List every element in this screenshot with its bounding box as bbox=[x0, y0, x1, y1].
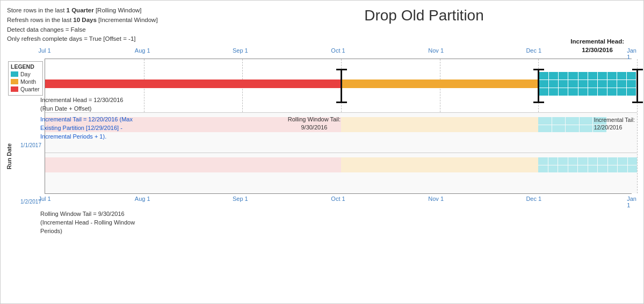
legend-item-month: Month bbox=[11, 78, 40, 85]
day-tiles-top bbox=[538, 71, 637, 97]
bot-axis-dec: Dec 1 bbox=[526, 196, 541, 202]
run-date-1: 1/1/2017 bbox=[8, 142, 41, 148]
ibeam-jan-vert bbox=[636, 69, 638, 103]
annotations-run2: Rolling Window Tail = 9/30/2016(Incremen… bbox=[40, 210, 196, 236]
legend-label-quarter: Quarter bbox=[20, 86, 40, 92]
bot-axis-oct: Oct 1 bbox=[331, 196, 345, 202]
row1-month-bg bbox=[341, 117, 538, 132]
info-block: Store rows in the last 1 Quarter [Rollin… bbox=[7, 6, 211, 44]
legend-label-month: Month bbox=[20, 78, 36, 85]
ibeam-jan-bot bbox=[632, 102, 643, 103]
legend-label-day: Day bbox=[20, 71, 31, 77]
axis-label-jul: Jul 1 bbox=[38, 47, 50, 54]
axis-label-dec: Dec 1 bbox=[526, 47, 541, 54]
month-swatch bbox=[11, 79, 18, 84]
quarter-bar-main bbox=[45, 79, 341, 88]
ibeam-dec-top bbox=[533, 69, 544, 70]
row-run2 bbox=[45, 153, 637, 193]
ibeam-dec-bot bbox=[533, 102, 544, 103]
month-bar-main bbox=[341, 79, 538, 88]
day-grid-top bbox=[539, 72, 636, 96]
page-title: Drop Old Partition bbox=[211, 6, 637, 24]
legend-box: LEGEND Day Month Quarter bbox=[8, 61, 43, 96]
row2-month-bg bbox=[341, 157, 538, 172]
axis-label-sep: Sep 1 bbox=[233, 47, 248, 54]
day-swatch bbox=[11, 71, 18, 77]
axis-label-aug: Aug 1 bbox=[135, 47, 150, 54]
legend-item-day: Day bbox=[11, 71, 40, 77]
row1-inc-tail-label: Incremental Tail:12/20/2016 bbox=[594, 116, 635, 131]
row2-quarter-bg bbox=[45, 157, 341, 172]
bot-axis-aug: Aug 1 bbox=[135, 196, 150, 202]
quarter-swatch bbox=[11, 86, 18, 92]
axis-bottom: Jul 1 Aug 1 Sep 1 Oct 1 Nov 1 Dec 1 Jan … bbox=[45, 193, 632, 205]
bot-axis-sep: Sep 1 bbox=[233, 196, 248, 202]
bot-axis-jan: Jan 1 bbox=[627, 196, 636, 208]
ibeam-oct-top bbox=[336, 69, 347, 70]
legend-title: LEGEND bbox=[11, 63, 40, 70]
legend-item-quarter: Quarter bbox=[11, 86, 40, 92]
row2-day-tiles bbox=[538, 157, 637, 172]
left-panel: LEGEND Day Month Quarter Run Date 1/1/20… bbox=[7, 59, 45, 193]
bot-axis-jul: Jul 1 bbox=[38, 196, 50, 202]
axis-label-oct: Oct 1 bbox=[331, 47, 345, 54]
axis-label-nov: Nov 1 bbox=[428, 47, 444, 54]
ibeam-jan-top bbox=[632, 69, 643, 70]
ibeam-oct-bot bbox=[336, 102, 347, 103]
axis-label-jan: Jan 1 bbox=[627, 47, 636, 60]
run-date-2: 1/2/2017 bbox=[8, 199, 41, 205]
ibeam-dec-vert bbox=[538, 69, 539, 103]
annotations-run1: Incremental Head = 12/30/2016(Run Date +… bbox=[40, 96, 196, 143]
bot-axis-nov: Nov 1 bbox=[428, 196, 444, 202]
rolling-window-tail-label: Rolling Window Tail:9/30/2016 bbox=[288, 115, 341, 132]
axis-top: Jul 1 Aug 1 Sep 1 Oct 1 Nov 1 Dec 1 Jan … bbox=[45, 47, 632, 59]
ibeam-oct-vert bbox=[341, 69, 342, 103]
